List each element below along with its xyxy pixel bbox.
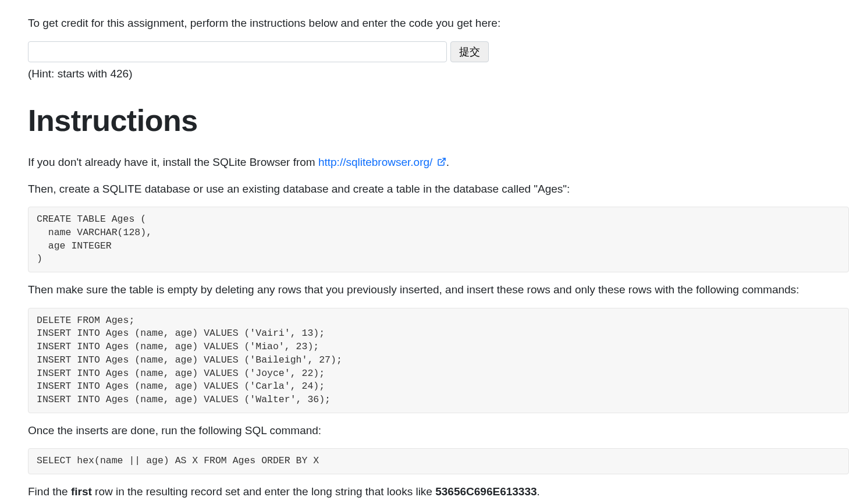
hint-text: (Hint: starts with 426) — [28, 66, 849, 83]
create-table-code: CREATE TABLE Ages ( name VARCHAR(128), a… — [28, 207, 849, 272]
credit-prompt: To get credit for this assignment, perfo… — [28, 15, 849, 32]
select-code: SELECT hex(name || age) AS X FROM Ages O… — [28, 448, 849, 474]
install-paragraph: If you don't already have it, install th… — [28, 154, 849, 172]
instructions-heading: Instructions — [28, 103, 849, 138]
page-content: To get credit for this assignment, perfo… — [0, 0, 849, 504]
link-text: http://sqlitebrowser.org/ — [318, 156, 432, 168]
submit-button[interactable]: 提交 — [450, 41, 489, 62]
sqlitebrowser-link[interactable]: http://sqlitebrowser.org/ — [318, 156, 446, 168]
insert-code: DELETE FROM Ages; INSERT INTO Ages (name… — [28, 308, 849, 413]
insert-paragraph: Then make sure the table is empty by del… — [28, 282, 849, 299]
p5-c: row in the resulting record set and ente… — [92, 485, 435, 498]
p5-first-bold: first — [71, 485, 92, 498]
install-text-after: . — [446, 156, 449, 168]
svg-line-0 — [441, 158, 445, 162]
select-paragraph: Once the inserts are done, run the follo… — [28, 423, 849, 439]
p5-hex-bold: 53656C696E613333 — [435, 485, 537, 498]
answer-form: 提交 — [28, 41, 849, 62]
p5-a: Find the — [28, 485, 71, 498]
install-text-before: If you don't already have it, install th… — [28, 156, 318, 168]
answer-input[interactable] — [28, 41, 447, 62]
find-first-paragraph: Find the first row in the resulting reco… — [28, 484, 849, 501]
external-link-icon — [437, 155, 446, 172]
p5-e: . — [537, 485, 540, 498]
create-table-paragraph: Then, create a SQLITE database or use an… — [28, 181, 849, 198]
